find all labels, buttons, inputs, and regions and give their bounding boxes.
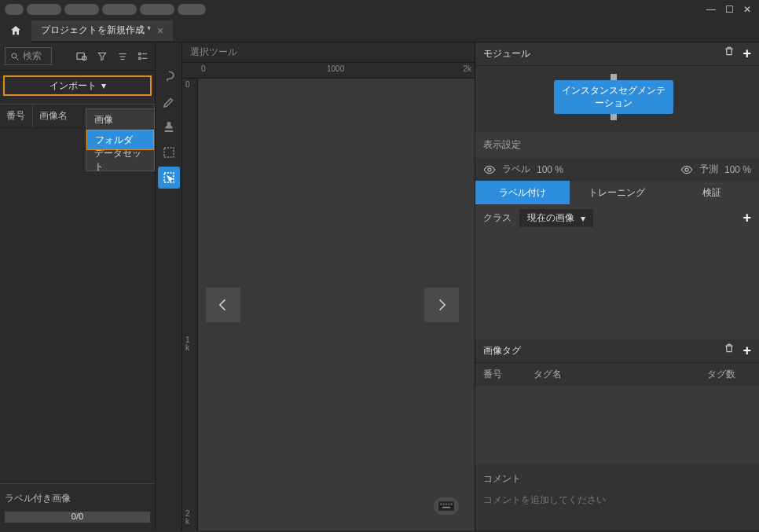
module-delete-icon[interactable] — [724, 46, 735, 62]
svg-rect-19 — [442, 507, 450, 508]
svg-rect-13 — [438, 501, 454, 511]
chevron-right-icon — [434, 294, 449, 316]
menu-pill[interactable] — [140, 4, 174, 15]
close-icon[interactable]: ✕ — [743, 4, 751, 15]
import-button[interactable]: インポート ▾ — [3, 75, 152, 96]
imgtag-list-empty — [475, 386, 759, 464]
svg-rect-7 — [139, 53, 141, 54]
svg-rect-8 — [139, 57, 141, 59]
eye-icon[interactable] — [483, 163, 496, 176]
col-number[interactable]: 番号 — [0, 105, 33, 127]
titlebar: — ☐ ✕ — [0, 0, 759, 19]
import-label: インポート — [50, 79, 97, 93]
project-tab[interactable]: プロジェクトを新規作成 * × — [31, 20, 173, 41]
filter-icon[interactable] — [95, 50, 109, 64]
tool-brush[interactable] — [158, 91, 180, 113]
progress-text: 0/0 — [5, 512, 150, 521]
minimize-icon[interactable]: — — [706, 4, 716, 15]
tab-validation[interactable]: 検証 — [665, 181, 759, 204]
imgtag-col-num: 番号 — [483, 368, 502, 381]
tool-select[interactable] — [158, 167, 180, 189]
tool-template[interactable] — [158, 141, 180, 163]
canvas[interactable] — [198, 79, 475, 530]
class-add-icon[interactable]: + — [742, 210, 751, 226]
import-menu-image[interactable]: 画像 — [86, 109, 154, 130]
right-panel: モジュール + インスタンスセグメンテーション 表示設定 ラベル 100 % 予… — [475, 42, 759, 530]
canvas-tool-label: 選択ツール — [182, 42, 475, 63]
display-settings: 表示設定 ラベル 100 % 予測 100 % — [475, 132, 759, 181]
keyboard-shortcuts-button[interactable] — [434, 497, 459, 515]
tab-title: プロジェクトを新規作成 * — [41, 24, 151, 37]
svg-rect-14 — [441, 504, 442, 505]
imgtag-col-count: タグ数 — [707, 368, 735, 381]
svg-point-0 — [12, 53, 16, 58]
class-row: クラス 現在の画像 ▾ + — [475, 204, 759, 232]
disp-label-text: ラベル — [502, 163, 530, 176]
svg-rect-15 — [443, 504, 445, 505]
class-list-empty — [475, 232, 759, 339]
title-pills — [0, 4, 206, 15]
list-view-icon[interactable] — [136, 50, 150, 64]
image-list-empty — [0, 128, 155, 483]
labeled-images-label: ラベル付き画像 — [5, 492, 150, 505]
menu-pill[interactable] — [27, 4, 61, 15]
window-controls: — ☐ ✕ — [706, 4, 759, 15]
tab-labeling[interactable]: ラベル付け — [475, 181, 570, 204]
home-icon — [9, 24, 22, 37]
home-button[interactable] — [0, 19, 31, 42]
menu-pill[interactable] — [102, 4, 137, 15]
module-header: モジュール + — [475, 42, 759, 66]
imgtag-delete-icon[interactable] — [724, 343, 735, 359]
imgtag-col-name: タグ名 — [534, 368, 562, 381]
search-placeholder: 検索 — [23, 50, 42, 63]
mode-tabs: ラベル付け トレーニング 検証 — [475, 181, 759, 204]
disp-label-pct: 100 % — [537, 164, 563, 175]
imgtag-header: 画像タグ + — [475, 339, 759, 363]
ruler-tick: 1k — [185, 336, 190, 352]
tool-column — [156, 42, 182, 530]
search-icon — [10, 52, 20, 61]
svg-line-1 — [16, 57, 19, 60]
tool-stamp[interactable] — [158, 116, 180, 138]
import-menu-dataset[interactable]: データセット — [86, 150, 154, 171]
comment-input[interactable]: コメントを追加してください — [483, 493, 751, 507]
display-settings-title: 表示設定 — [475, 132, 759, 158]
svg-rect-18 — [451, 504, 453, 505]
left-footer: ラベル付き画像 0/0 — [0, 483, 155, 530]
disp-predict-text: 予測 — [699, 163, 718, 176]
search-input[interactable]: 検索 — [5, 47, 52, 65]
keyboard-icon — [438, 501, 454, 511]
dropdown-icon: ▾ — [101, 80, 106, 91]
ruler-tick: 0 — [201, 64, 206, 73]
ruler-tick: 2k — [463, 64, 471, 73]
imgtag-columns: 番号 タグ名 タグ数 — [475, 363, 759, 386]
module-node[interactable]: インスタンスセグメンテーション — [554, 80, 673, 114]
tab-training[interactable]: トレーニング — [570, 181, 664, 204]
eye-icon[interactable] — [680, 163, 693, 176]
main-layout: 検索 インポート ▾ 番号 画像名 ラベル付き画像 0/0 画像 — [0, 42, 759, 530]
menu-pill[interactable] — [178, 4, 206, 15]
menu-pill[interactable] — [5, 4, 24, 15]
module-canvas[interactable]: インスタンスセグメンテーション — [475, 66, 759, 132]
module-add-icon[interactable]: + — [742, 46, 751, 62]
svg-point-20 — [488, 168, 491, 171]
progress-bar: 0/0 — [5, 512, 150, 523]
disp-predict-pct: 100 % — [724, 164, 751, 175]
imgtag-add-icon[interactable]: + — [742, 343, 751, 359]
maximize-icon[interactable]: ☐ — [725, 4, 734, 15]
tool-lasso[interactable] — [158, 66, 180, 88]
sort-icon[interactable] — [116, 50, 130, 64]
menu-pill[interactable] — [64, 4, 99, 15]
svg-rect-16 — [446, 504, 447, 505]
prev-image-button[interactable] — [206, 288, 240, 322]
comment-section: コメント コメントを追加してください — [475, 464, 759, 515]
ruler-tick: 0 — [185, 80, 190, 89]
class-select[interactable]: 現在の画像 ▾ — [519, 209, 593, 227]
image-settings-icon[interactable] — [75, 50, 89, 64]
canvas-body: 0 1k 2k — [182, 79, 475, 530]
ruler-tick: 1000 — [327, 64, 344, 73]
next-image-button[interactable] — [424, 288, 459, 322]
tab-close-icon[interactable]: × — [157, 24, 163, 37]
svg-point-21 — [685, 168, 688, 171]
ruler-tick: 2k — [185, 510, 190, 526]
